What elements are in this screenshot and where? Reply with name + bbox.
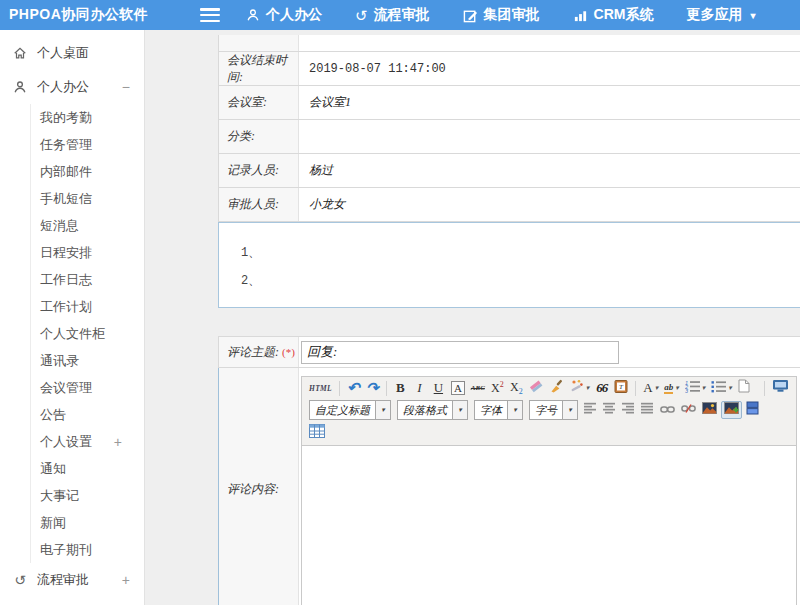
sidebar-item-手机短信[interactable]: 手机短信 bbox=[31, 185, 144, 212]
align-center-icon[interactable] bbox=[601, 401, 618, 419]
subscript-button[interactable]: X2 bbox=[508, 379, 525, 397]
sidebar-item-通讯录[interactable]: 通讯录 bbox=[31, 347, 144, 374]
sidebar-item-label: 工作日志 bbox=[40, 271, 92, 289]
table-row: 会议室:会议室1 bbox=[219, 86, 800, 120]
chevron-down-icon: ▾ bbox=[702, 384, 706, 392]
font-style-button[interactable]: A bbox=[449, 379, 467, 397]
format-brush-icon bbox=[550, 379, 564, 397]
fullscreen-monitor-icon bbox=[772, 379, 789, 397]
align-right-icon bbox=[622, 402, 635, 418]
align-left-icon bbox=[584, 402, 597, 418]
editor-content-area[interactable] bbox=[302, 445, 796, 605]
strikethrough-button[interactable]: ABC bbox=[469, 379, 487, 397]
heading-select[interactable]: 自定义标题▾ bbox=[309, 400, 391, 420]
sidebar-item-个人桌面[interactable]: 个人桌面 bbox=[0, 36, 144, 70]
media-icon bbox=[746, 401, 759, 419]
sidebar-item-个人设置[interactable]: 个人设置+ bbox=[31, 428, 144, 455]
sidebar-item-新闻[interactable]: 新闻 bbox=[31, 509, 144, 536]
nav-item-more-apps[interactable]: 更多应用▾ bbox=[686, 6, 755, 24]
unordered-list-icon[interactable]: ▾ bbox=[709, 379, 734, 397]
nav-item-crm-system[interactable]: CRM系统 bbox=[573, 6, 654, 24]
color-wand-icon bbox=[570, 379, 584, 397]
html-source-button[interactable]: HTML bbox=[307, 379, 334, 397]
section-gap bbox=[218, 308, 800, 336]
font-size-select[interactable]: 字号▾ bbox=[529, 400, 578, 420]
align-left-icon[interactable] bbox=[582, 401, 599, 419]
sidebar-item-会议管理[interactable]: 会议管理 bbox=[31, 374, 144, 401]
editor-toolbar-row1: HTML↶↷BIUAABCX2X2▾66TA▾ab▾123▾▾ bbox=[302, 377, 796, 399]
font-color-button[interactable]: A▾ bbox=[641, 379, 660, 397]
table-row: 审批人员:小龙女 bbox=[219, 188, 800, 222]
sidebar-item-label: 日程安排 bbox=[40, 244, 92, 262]
table-row: 记录人员:杨过 bbox=[219, 154, 800, 188]
bold-button[interactable]: B bbox=[392, 379, 409, 397]
sidebar-item-label: 流程审批 bbox=[37, 571, 89, 589]
sidebar-item-工作计划[interactable]: 工作计划 bbox=[31, 293, 144, 320]
sidebar-item-短消息[interactable]: 短消息 bbox=[31, 212, 144, 239]
select-label: 段落格式 bbox=[398, 401, 452, 419]
cycle-icon: ↺ bbox=[12, 573, 28, 587]
highlight-button[interactable]: ab▾ bbox=[662, 379, 681, 397]
nav-item-personal-office[interactable]: 个人办公 bbox=[246, 6, 322, 24]
superscript-button[interactable]: X2 bbox=[489, 379, 506, 397]
select-label: 字体 bbox=[475, 401, 507, 419]
flash-image-icon[interactable] bbox=[721, 401, 742, 419]
unordered-list-icon bbox=[711, 380, 726, 397]
eraser-icon[interactable] bbox=[527, 379, 546, 397]
underline-button[interactable]: U bbox=[430, 379, 447, 397]
expand-toggle-icon[interactable]: − bbox=[122, 79, 130, 95]
justify-icon[interactable] bbox=[639, 401, 656, 419]
table-row-partial bbox=[219, 35, 800, 52]
align-right-icon[interactable] bbox=[620, 401, 637, 419]
redo-icon[interactable]: ↷ bbox=[364, 379, 381, 397]
sidebar-item-电子期刊[interactable]: 电子期刊 bbox=[31, 536, 144, 563]
sidebar-item-label: 个人桌面 bbox=[37, 44, 89, 62]
paste-text-icon[interactable]: T bbox=[612, 379, 630, 397]
blockquote-button[interactable]: 66 bbox=[593, 379, 610, 397]
sidebar-item-通知[interactable]: 通知 bbox=[31, 455, 144, 482]
sidebar: 个人桌面个人办公−我的考勤任务管理内部邮件手机短信短消息日程安排工作日志工作计划… bbox=[0, 30, 145, 605]
meeting-content-box: 1、2、 bbox=[218, 222, 800, 308]
sidebar-item-任务管理[interactable]: 任务管理 bbox=[31, 131, 144, 158]
justify-icon bbox=[641, 402, 654, 418]
sidebar-item-工作日志[interactable]: 工作日志 bbox=[31, 266, 144, 293]
italic-button[interactable]: I bbox=[411, 379, 428, 397]
expand-toggle-icon[interactable]: + bbox=[114, 434, 122, 450]
row-value: 杨过 bbox=[299, 154, 800, 187]
sidebar-item-内部邮件[interactable]: 内部邮件 bbox=[31, 158, 144, 185]
main-content: 会议结束时间:2019-08-07 11:47:00会议室:会议室1分类:记录人… bbox=[145, 30, 800, 605]
image-icon[interactable] bbox=[700, 401, 719, 419]
expand-toggle-icon[interactable]: + bbox=[122, 572, 130, 588]
unlink-icon[interactable] bbox=[679, 401, 698, 419]
undo-icon[interactable]: ↶ bbox=[345, 379, 362, 397]
comment-subject-input[interactable] bbox=[301, 341, 619, 364]
sidebar-item-大事记[interactable]: 大事记 bbox=[31, 482, 144, 509]
sidebar-item-我的考勤[interactable]: 我的考勤 bbox=[31, 104, 144, 131]
person-icon bbox=[246, 8, 260, 22]
new-page-icon bbox=[738, 379, 750, 397]
sidebar-item-个人办公[interactable]: 个人办公− bbox=[0, 70, 144, 104]
sidebar-item-公告[interactable]: 公告 bbox=[31, 401, 144, 428]
row-value bbox=[299, 120, 800, 153]
sidebar-item-流程审批[interactable]: ↺流程审批+ bbox=[0, 563, 144, 597]
sidebar-item-label: 公告 bbox=[40, 406, 66, 424]
nav-item-group-approval[interactable]: 集团审批 bbox=[463, 6, 540, 24]
link-icon[interactable] bbox=[658, 401, 677, 419]
row-value: 会议室1 bbox=[299, 86, 800, 119]
row-label: 审批人员: bbox=[219, 188, 299, 221]
font-family-select[interactable]: 字体▾ bbox=[474, 400, 523, 420]
format-brush-icon[interactable] bbox=[548, 379, 566, 397]
nav-item-workflow-approval[interactable]: ↺流程审批 bbox=[355, 6, 430, 24]
sidebar-item-日程安排[interactable]: 日程安排 bbox=[31, 239, 144, 266]
fullscreen-monitor-icon[interactable] bbox=[770, 379, 791, 397]
paragraph-format-select[interactable]: 段落格式▾ bbox=[397, 400, 468, 420]
media-icon[interactable] bbox=[744, 401, 761, 419]
ordered-list-icon[interactable]: 123▾ bbox=[683, 379, 708, 397]
menu-toggle-icon[interactable] bbox=[200, 8, 220, 22]
color-wand-icon[interactable]: ▾ bbox=[568, 379, 592, 397]
row-value: 2019-08-07 11:47:00 bbox=[299, 52, 800, 85]
table-icon[interactable] bbox=[307, 424, 327, 442]
sidebar-item-个人文件柜[interactable]: 个人文件柜 bbox=[31, 320, 144, 347]
sidebar-item-label: 电子期刊 bbox=[40, 541, 92, 559]
new-page-icon[interactable] bbox=[736, 379, 753, 397]
